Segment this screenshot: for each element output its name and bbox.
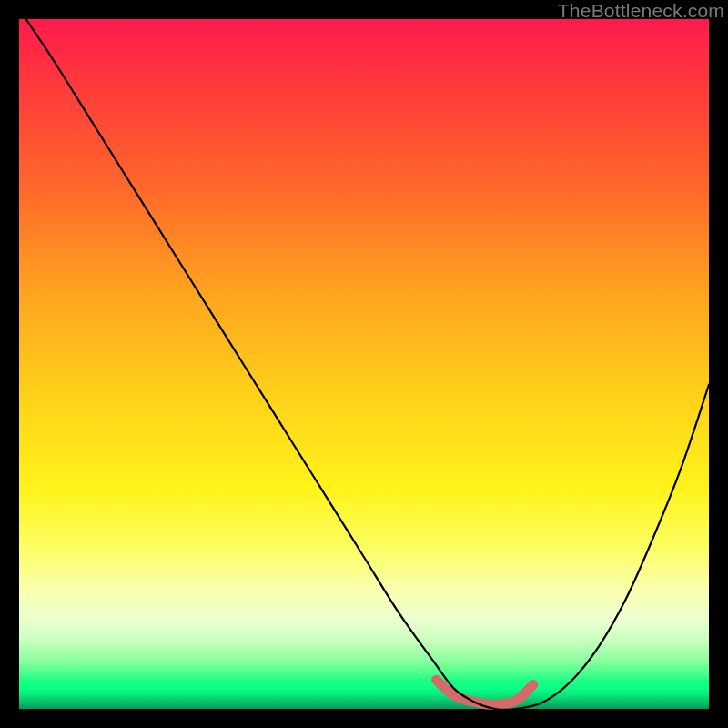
bottleneck-curve — [26, 19, 709, 710]
chart-svg — [19, 19, 709, 709]
chart-plot-area — [19, 19, 709, 709]
trough-highlight — [437, 680, 533, 704]
chart-frame: TheBottleneck.com — [0, 0, 728, 728]
watermark-text: TheBottleneck.com — [558, 0, 724, 22]
